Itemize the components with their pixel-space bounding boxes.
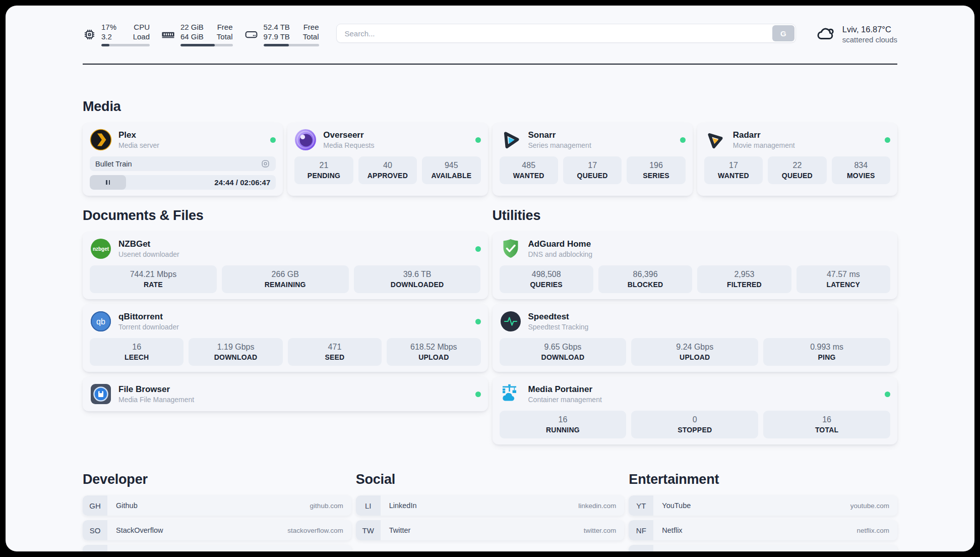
weather-condition: scattered clouds: [842, 35, 897, 45]
stat-label: LATENCY: [799, 280, 888, 290]
stat-value: 744.21 Mbps: [92, 269, 215, 280]
stat-box: 266 GB REMAINING: [222, 265, 349, 293]
stat-box: 744.21 Mbps RATE: [90, 265, 217, 293]
service-title: Sonarr: [528, 130, 591, 141]
stat-label: UPLOAD: [633, 352, 756, 362]
stat-label: LEECH: [92, 352, 181, 362]
service-card-nzbget[interactable]: nzbget NZBGet Usenet downloader 744.21 M…: [83, 232, 488, 299]
service-title: qBittorrent: [118, 311, 179, 322]
stat-value: 945: [424, 160, 478, 171]
disk-free-label: Free: [303, 22, 319, 32]
stat-label: SEED: [290, 352, 380, 362]
bookmark-url: youtube.com: [850, 502, 889, 510]
stat-label: DOWNLOAD: [502, 352, 625, 362]
stat-label: QUERIES: [502, 280, 591, 290]
cpu-icon: [83, 28, 96, 41]
media-session-icon: [261, 159, 270, 169]
stat-value: 21: [296, 160, 351, 171]
stat-value: 196: [629, 160, 683, 171]
service-card-plex[interactable]: Plex Media server Bullet Train: [83, 123, 283, 196]
stat-box: 17 QUEUED: [563, 156, 622, 184]
playback-progress-row: 24:44 / 02:06:47: [90, 175, 276, 190]
service-subtitle: DNS and adblocking: [528, 250, 593, 259]
bookmark-group-developer: Developer GH Github github.com SO StackO…: [83, 472, 351, 551]
bookmark-name: Netflix: [662, 526, 682, 534]
disk-free-value: 52.4 TB: [264, 22, 290, 32]
stat-value: 2,953: [699, 269, 789, 280]
bookmark-abbr: DT: [83, 545, 107, 551]
bookmark-abbr: YT: [629, 495, 653, 516]
bookmark-abbr: RE: [629, 545, 653, 551]
bookmark-abbr: TW: [356, 520, 381, 540]
stat-box: 834 MOVIES: [832, 156, 890, 184]
filebrowser-icon: [90, 383, 112, 405]
bookmark-row-twitter[interactable]: TW Twitter twitter.com: [356, 520, 625, 540]
topbar-divider: [83, 64, 897, 65]
service-card-radarr[interactable]: Radarr Movie management 17 WANTED 22 QUE…: [697, 123, 897, 196]
stat-value: 86,396: [600, 269, 690, 280]
stat-box: 9.65 Gbps DOWNLOAD: [500, 338, 627, 366]
stat-value: 618.52 Mbps: [389, 342, 478, 352]
bookmark-row-reddit[interactable]: RE Reddit reddit.com: [629, 545, 897, 551]
search-bar: G: [336, 24, 796, 43]
service-card-overseerr[interactable]: Overseerr Media Requests 21 PENDING 40 A…: [287, 123, 487, 196]
service-card-adguard[interactable]: AdGuard Home DNS and adblocking 498,508 …: [493, 232, 898, 299]
media-section-title: Media: [83, 99, 897, 115]
stat-value: 471: [290, 342, 380, 352]
service-card-speedtest[interactable]: Speedtest Speedtest Tracking 9.65 Gbps D…: [493, 304, 898, 372]
stat-value: 266 GB: [224, 269, 347, 280]
service-title: NZBGet: [118, 239, 179, 250]
memory-progress-fill: [180, 44, 215, 46]
service-subtitle: Movie management: [733, 141, 795, 150]
stat-label: RUNNING: [502, 425, 625, 435]
service-card-qbittorrent[interactable]: qb qBittorrent Torrent downloader 16: [83, 304, 488, 372]
service-card-portainer[interactable]: Media Portainer Container management 16 …: [493, 377, 898, 444]
service-subtitle: Torrent downloader: [118, 322, 179, 332]
bookmark-row-github[interactable]: GH Github github.com: [83, 495, 351, 516]
status-dot: [680, 137, 686, 143]
resource-widget-memory: 22 GiB 64 GiB Free Total: [161, 22, 233, 46]
bookmark-row-linkedin[interactable]: LI LinkedIn linkedin.com: [356, 495, 625, 516]
stat-box: 196 SERIES: [627, 156, 685, 184]
stat-box: 485 WANTED: [500, 156, 558, 184]
stat-label: PING: [765, 352, 888, 362]
stat-box: 16 TOTAL: [763, 411, 890, 438]
stat-value: 47.57 ms: [799, 269, 888, 280]
section-utilities: Utilities AdGuard Home DNS: [493, 208, 898, 444]
bookmark-group-social: Social LI LinkedIn linkedin.com TW Twitt…: [356, 472, 625, 551]
service-title: Plex: [118, 130, 159, 141]
service-title: AdGuard Home: [528, 239, 593, 250]
bookmark-row-dev[interactable]: DT DEV dev.to: [83, 545, 351, 551]
memory-free-value: 22 GiB: [180, 22, 204, 32]
stat-label: PENDING: [296, 171, 351, 181]
bookmark-url: github.com: [310, 502, 343, 510]
bookmark-url: dev.to: [325, 551, 343, 552]
stat-label: BLOCKED: [600, 280, 690, 290]
plex-icon: [90, 129, 112, 151]
utilities-section-title: Utilities: [493, 208, 898, 224]
playback-time: 24:44 / 02:06:47: [214, 178, 276, 187]
developer-section-title: Developer: [83, 472, 351, 487]
speedtest-icon: [500, 310, 522, 332]
service-card-filebrowser[interactable]: File Browser Media File Management: [83, 377, 488, 411]
status-dot: [885, 392, 890, 397]
service-card-sonarr[interactable]: Sonarr Series management 485 WANTED 17 Q…: [493, 123, 693, 196]
bookmark-row-stackoverflow[interactable]: SO StackOverflow stackoverflow.com: [83, 520, 351, 540]
service-title: Radarr: [733, 130, 795, 141]
memory-free-label: Free: [217, 22, 233, 32]
cpu-progress-bar: [101, 44, 150, 46]
service-title: Media Portainer: [528, 384, 602, 395]
radarr-icon: [704, 129, 726, 151]
bookmark-row-netflix[interactable]: NF Netflix netflix.com: [629, 520, 897, 540]
service-subtitle: Container management: [528, 395, 602, 405]
stat-label: REMAINING: [224, 280, 347, 290]
status-dot: [885, 137, 890, 143]
stat-label: MOVIES: [834, 171, 888, 181]
search-input[interactable]: [336, 24, 796, 43]
stat-box: 17 WANTED: [704, 156, 763, 184]
stat-box: 1.19 Gbps DOWNLOAD: [189, 338, 282, 366]
stat-value: 9.24 Gbps: [633, 342, 756, 352]
disk-total-value: 97.9 TB: [264, 32, 290, 41]
search-button[interactable]: G: [772, 25, 794, 41]
bookmark-row-youtube[interactable]: YT YouTube youtube.com: [629, 495, 897, 516]
